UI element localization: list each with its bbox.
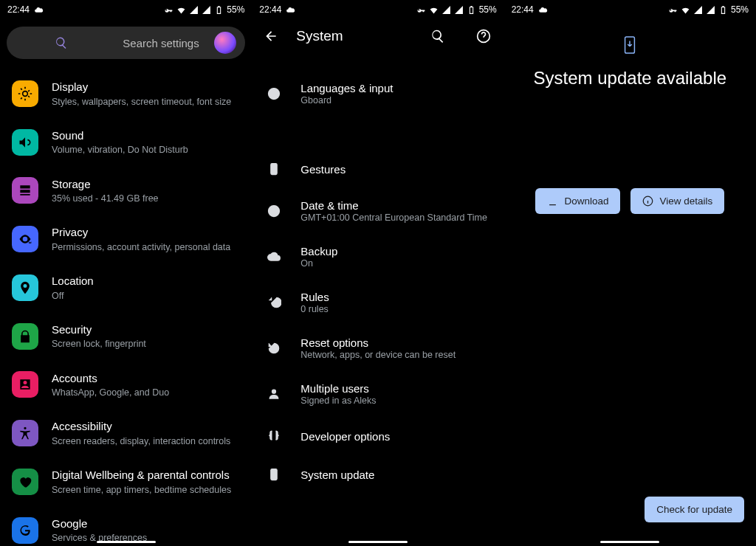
settings-item-google[interactable]: GoogleServices & preferences (0, 506, 252, 546)
panel-settings: 22:44 55% Search settings DisplayStyles,… (0, 0, 252, 546)
settings-item-accessibility[interactable]: AccessibilityScreen readers, display, in… (0, 409, 252, 457)
nav-handle[interactable] (600, 541, 659, 543)
settings-list: DisplayStyles, wallpapers, screen timeou… (0, 66, 252, 546)
status-bar: 22:44 55% (504, 0, 756, 19)
signal-icon (441, 5, 451, 15)
download-button[interactable]: Download (535, 188, 620, 214)
status-bar: 22:44 55% (0, 0, 252, 19)
status-time: 22:44 (512, 4, 534, 15)
sys-item-users[interactable]: Multiple usersSigned in as Aleks (252, 371, 504, 417)
cloud-icon (286, 5, 295, 15)
cloud-icon (538, 5, 548, 15)
update-phone-icon (622, 35, 638, 55)
check-update-button[interactable]: Check for update (645, 497, 744, 522)
help-button[interactable] (476, 28, 492, 44)
phone-download-icon (267, 466, 283, 483)
svg-point-3 (276, 305, 278, 307)
globe-icon (267, 86, 283, 102)
search-placeholder: Search settings (115, 37, 207, 49)
sys-item-datetime[interactable]: Date & timeGMT+01:00 Central European St… (252, 188, 504, 234)
battery-icon (718, 5, 728, 15)
vpn-icon (164, 5, 173, 15)
update-hero: System update available (504, 19, 756, 89)
display-icon (12, 80, 38, 107)
lock-icon (12, 323, 38, 350)
gestures-icon (267, 161, 283, 177)
clock-icon (267, 203, 283, 219)
signal-icon (202, 5, 211, 15)
status-battery: 55% (731, 4, 749, 15)
wifi-icon (176, 5, 186, 15)
info-icon (642, 196, 653, 207)
settings-item-accounts[interactable]: AccountsWhatsApp, Google, and Duo (0, 361, 252, 410)
battery-icon (467, 5, 476, 15)
wellbeing-icon (12, 469, 38, 495)
google-icon (12, 517, 38, 544)
status-bar: 22:44 55% (252, 0, 504, 19)
nav-handle[interactable] (97, 541, 156, 543)
settings-item-display[interactable]: DisplayStyles, wallpapers, screen timeou… (0, 69, 252, 118)
signal-icon (706, 5, 715, 15)
view-details-button[interactable]: View details (630, 188, 724, 214)
signal-icon (189, 5, 199, 15)
cloud-up-icon (267, 249, 283, 265)
update-actions: Download View details (504, 188, 756, 214)
back-button[interactable] (264, 29, 278, 44)
settings-item-location[interactable]: LocationOff (0, 263, 252, 312)
avatar[interactable] (214, 32, 236, 54)
settings-item-security[interactable]: SecurityScreen lock, fingerprint (0, 312, 252, 361)
signal-icon (693, 5, 703, 15)
vpn-icon (668, 5, 678, 15)
cloud-icon (34, 5, 44, 15)
sys-item-rules[interactable]: Rules0 rules (252, 280, 504, 325)
search-bar[interactable]: Search settings (7, 27, 245, 59)
svg-rect-1 (271, 164, 277, 175)
sys-item-reset[interactable]: Reset optionsNetwork, apps, or device ca… (252, 325, 504, 371)
status-battery: 55% (227, 4, 244, 15)
settings-item-privacy[interactable]: PrivacyPermissions, account activity, pe… (0, 215, 252, 263)
vpn-icon (416, 5, 426, 15)
page-title: System (296, 28, 400, 44)
sys-item-update[interactable]: System update (252, 455, 504, 494)
sys-item-developer[interactable]: Developer options (252, 417, 504, 455)
search-button[interactable] (430, 28, 447, 44)
settings-item-storage[interactable]: Storage35% used - 41.49 GB free (0, 167, 252, 215)
search-icon (16, 36, 108, 49)
accessibility-icon (12, 420, 38, 446)
nav-handle[interactable] (348, 541, 408, 543)
status-battery: 55% (479, 4, 497, 15)
account-icon (12, 371, 38, 398)
settings-item-sound[interactable]: SoundVolume, vibration, Do Not Disturb (0, 118, 252, 167)
sys-item-gestures[interactable]: Gestures (252, 150, 504, 188)
panel-system: 22:44 55% System Languages & inputGboard… (252, 0, 504, 546)
signal-icon (454, 5, 464, 15)
status-time: 22:44 (259, 4, 281, 15)
system-list: Languages & inputGboard Gestures Date & … (252, 53, 504, 494)
reset-icon (267, 340, 283, 356)
sys-item-languages[interactable]: Languages & inputGboard (252, 71, 504, 117)
rules-icon (267, 294, 283, 311)
sound-icon (12, 129, 38, 156)
update-title: System update available (504, 68, 756, 89)
storage-icon (12, 177, 38, 204)
svg-point-4 (272, 390, 276, 393)
wifi-icon (681, 5, 690, 15)
privacy-icon (12, 226, 38, 252)
sys-item-backup[interactable]: BackupOn (252, 234, 504, 280)
panel-update: 22:44 55% System update available Downlo… (504, 0, 756, 546)
user-icon (267, 386, 283, 402)
status-time: 22:44 (7, 4, 30, 15)
app-bar: System (252, 19, 504, 53)
wifi-icon (429, 5, 439, 15)
settings-item-wellbeing[interactable]: Digital Wellbeing & parental controlsScr… (0, 457, 252, 506)
braces-icon (267, 428, 283, 444)
battery-icon (214, 5, 224, 15)
location-icon (12, 274, 38, 301)
download-icon (547, 196, 558, 207)
